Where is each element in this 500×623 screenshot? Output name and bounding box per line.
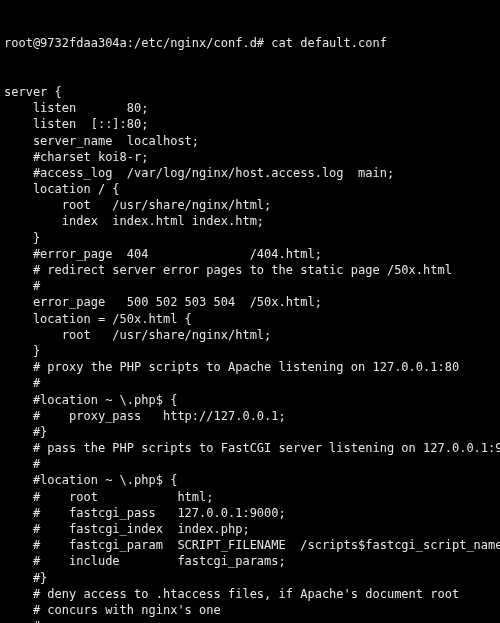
file-line: # fastcgi_index index.php; [4,521,496,537]
file-line: # proxy_pass http://127.0.0.1; [4,408,496,424]
file-line: #location ~ \.php$ { [4,392,496,408]
file-line: server { [4,84,496,100]
file-line: } [4,230,496,246]
file-line: # fastcgi_pass 127.0.0.1:9000; [4,505,496,521]
file-line: index index.html index.htm; [4,213,496,229]
file-line: # proxy the PHP scripts to Apache listen… [4,359,496,375]
file-line: # deny access to .htaccess files, if Apa… [4,586,496,602]
file-line: # fastcgi_param SCRIPT_FILENAME /scripts… [4,537,496,553]
file-line: # pass the PHP scripts to FastCGI server… [4,440,496,456]
file-line: error_page 500 502 503 504 /50x.html; [4,294,496,310]
file-line: root /usr/share/nginx/html; [4,327,496,343]
file-line: #charset koi8-r; [4,149,496,165]
file-line: root /usr/share/nginx/html; [4,197,496,213]
file-line: location = /50x.html { [4,311,496,327]
file-line: #} [4,424,496,440]
file-line: # [4,278,496,294]
file-line: #location ~ \.php$ { [4,472,496,488]
file-line: # root html; [4,489,496,505]
file-line: listen [::]:80; [4,116,496,132]
file-line: listen 80; [4,100,496,116]
file-line: # [4,375,496,391]
terminal-output: root@9732fdaa304a:/etc/nginx/conf.d# cat… [0,0,500,623]
file-line: #} [4,570,496,586]
file-line: # concurs with nginx's one [4,602,496,618]
file-line: # include fastcgi_params; [4,553,496,569]
file-line: server_name localhost; [4,133,496,149]
file-content: server { listen 80; listen [::]:80; serv… [4,84,496,623]
file-line: #error_page 404 /404.html; [4,246,496,262]
shell-prompt-line: root@9732fdaa304a:/etc/nginx/conf.d# cat… [4,35,496,51]
file-line: # [4,456,496,472]
file-line: } [4,343,496,359]
file-line: #access_log /var/log/nginx/host.access.l… [4,165,496,181]
file-line: # [4,618,496,623]
file-line: # redirect server error pages to the sta… [4,262,496,278]
file-line: location / { [4,181,496,197]
